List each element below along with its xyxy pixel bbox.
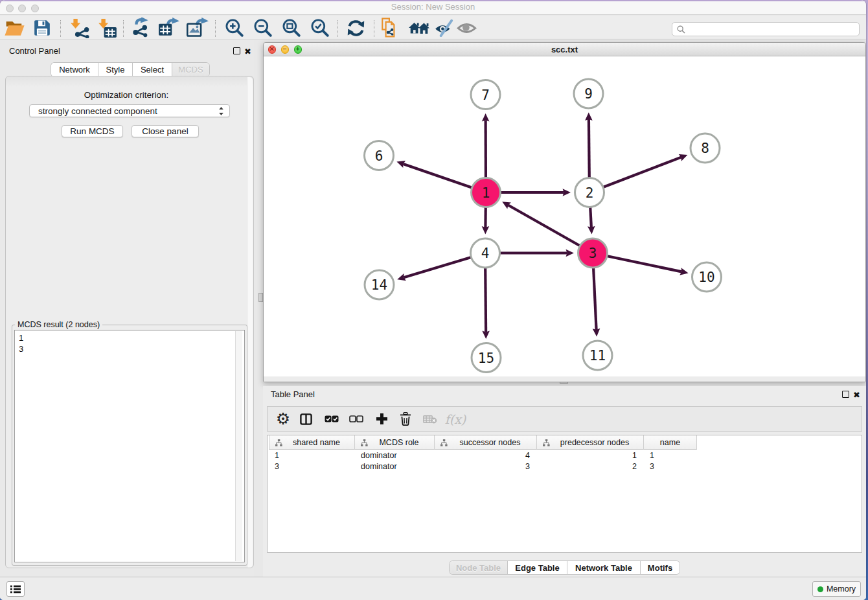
window-title: Session: New Session	[0, 2, 866, 12]
column-header-label: name	[660, 438, 680, 447]
show-button[interactable]	[456, 17, 478, 39]
table-cell[interactable]: dominator	[355, 450, 435, 461]
export-table-button[interactable]	[158, 17, 180, 39]
column-header-successor-nodes[interactable]: successor nodes	[435, 435, 537, 450]
close-panel-button[interactable]: Close panel	[131, 125, 199, 137]
column-header-shared-name[interactable]: shared name	[269, 435, 355, 450]
network-window-title: scc.txt	[264, 45, 865, 54]
zoom-out-icon	[253, 18, 273, 38]
control-panel-scrollbar[interactable]	[247, 77, 253, 568]
save-session-button[interactable]	[31, 17, 53, 39]
function-builder-button[interactable]: f(x)	[444, 407, 467, 431]
zoom-fit-icon	[282, 18, 301, 38]
table-cell[interactable]: 3	[644, 461, 697, 472]
hierarchy-icon	[440, 439, 448, 446]
column-header-label: MCDS role	[370, 438, 418, 447]
zoom-fit-button[interactable]	[280, 17, 303, 39]
column-header-predecessor-nodes[interactable]: predecessor nodes	[537, 435, 644, 450]
hide-button[interactable]	[433, 17, 455, 39]
memory-status-icon	[817, 586, 823, 592]
task-list-icon	[10, 585, 21, 594]
table-panel-float-icon[interactable]	[842, 391, 849, 398]
table-cell[interactable]: 1	[269, 450, 355, 461]
graph-node-label: 14	[371, 277, 387, 293]
home-button[interactable]	[408, 17, 430, 39]
table-cell[interactable]: 1	[644, 450, 697, 461]
show-columns-button[interactable]	[298, 407, 314, 431]
zoom-in-icon	[225, 18, 244, 38]
control-panel-tab-network[interactable]: Network	[51, 63, 98, 76]
table-cell[interactable]: 3	[435, 461, 537, 472]
memory-button[interactable]: Memory	[812, 581, 861, 597]
control-panel-tab-select[interactable]: Select	[132, 63, 172, 76]
control-panel-tabs: NetworkStyleSelectMCDS	[51, 63, 209, 76]
mcds-result-scrollbar[interactable]	[235, 331, 242, 561]
export-image-button[interactable]	[187, 17, 209, 39]
refresh-button[interactable]	[345, 17, 367, 39]
table-cell[interactable]: dominator	[355, 461, 435, 472]
node-table: shared nameMCDS rolesuccessor nodesprede…	[267, 435, 862, 553]
import-network-button[interactable]	[69, 17, 91, 39]
search-field[interactable]	[672, 22, 860, 36]
column-header-label: predecessor nodes	[551, 438, 629, 447]
mcds-result-group: MCDS result (2 nodes) 13	[12, 325, 247, 566]
refresh-icon	[346, 19, 366, 38]
toolbar-separator	[215, 20, 216, 37]
table-tab-motifs[interactable]: Motifs	[640, 561, 680, 574]
main-toolbar	[0, 16, 866, 40]
table-cell[interactable]: 1	[537, 450, 644, 461]
table-panel-close-icon[interactable]: ✖	[853, 391, 860, 398]
deselect-all-button[interactable]	[348, 407, 364, 431]
graph-node-label: 10	[698, 270, 714, 285]
delete-icon	[400, 412, 411, 426]
table-settings-button[interactable]: ⚙	[275, 407, 291, 431]
vertical-divider-grip[interactable]	[258, 293, 263, 302]
table-cell[interactable]: 4	[435, 450, 537, 461]
column-header-label: shared name	[284, 438, 340, 447]
column-header-name[interactable]: name	[644, 435, 697, 450]
desktop-edge	[0, 0, 866, 1]
graph-node-label: 11	[589, 348, 606, 363]
control-panel-tab-mcds[interactable]: MCDS	[172, 63, 209, 76]
export-network-button[interactable]	[131, 17, 153, 39]
task-history-button[interactable]	[6, 581, 25, 597]
search-input[interactable]	[685, 25, 859, 34]
add-function-button[interactable]	[373, 407, 390, 431]
mcds-result-textarea[interactable]: 13	[14, 330, 245, 562]
select-all-button[interactable]	[324, 407, 339, 431]
table-tab-node-table[interactable]: Node Table	[450, 561, 507, 574]
network-view-window: ✕ − + scc.txt 1234678910111415	[263, 42, 866, 382]
delete-table-icon	[423, 415, 437, 424]
mcds-result-line: 1	[19, 332, 23, 343]
control-panel-title: Control Panel	[9, 46, 60, 56]
table-header-row: shared nameMCDS rolesuccessor nodesprede…	[269, 435, 697, 450]
export-image-icon	[187, 17, 209, 38]
zoom-selected-button[interactable]	[309, 17, 331, 39]
app-window: Session: New Session	[0, 0, 866, 600]
control-panel-tab-style[interactable]: Style	[98, 63, 132, 76]
graph-node-label: 9	[584, 86, 593, 102]
delete-table-button[interactable]	[422, 407, 438, 431]
criterion-select[interactable]: strongly connected component	[29, 104, 230, 117]
column-header-MCDS-role[interactable]: MCDS role	[355, 435, 435, 450]
table-cell[interactable]: 3	[269, 461, 355, 472]
open-file-button[interactable]	[3, 17, 25, 39]
delete-button[interactable]	[398, 407, 413, 431]
run-mcds-button[interactable]: Run MCDS	[62, 125, 123, 137]
criterion-value: strongly connected component	[38, 106, 157, 116]
titlebar: Session: New Session	[0, 0, 866, 15]
import-table-button[interactable]	[97, 17, 119, 39]
network-canvas[interactable]: 1234678910111415	[264, 56, 865, 376]
table-cell[interactable]: 2	[537, 461, 644, 472]
control-panel-close-icon[interactable]: ✖	[244, 48, 251, 55]
table-tab-network-table[interactable]: Network Table	[567, 561, 640, 574]
select-all-icon	[325, 415, 339, 422]
control-panel-float-icon[interactable]	[233, 47, 240, 54]
table-tab-edge-table[interactable]: Edge Table	[507, 561, 567, 574]
clone-network-button[interactable]	[379, 17, 401, 39]
zoom-in-button[interactable]	[223, 17, 246, 39]
zoom-out-button[interactable]	[252, 17, 274, 39]
deselect-all-icon	[349, 415, 363, 422]
open-file-icon	[4, 19, 25, 38]
hierarchy-icon	[275, 439, 282, 446]
